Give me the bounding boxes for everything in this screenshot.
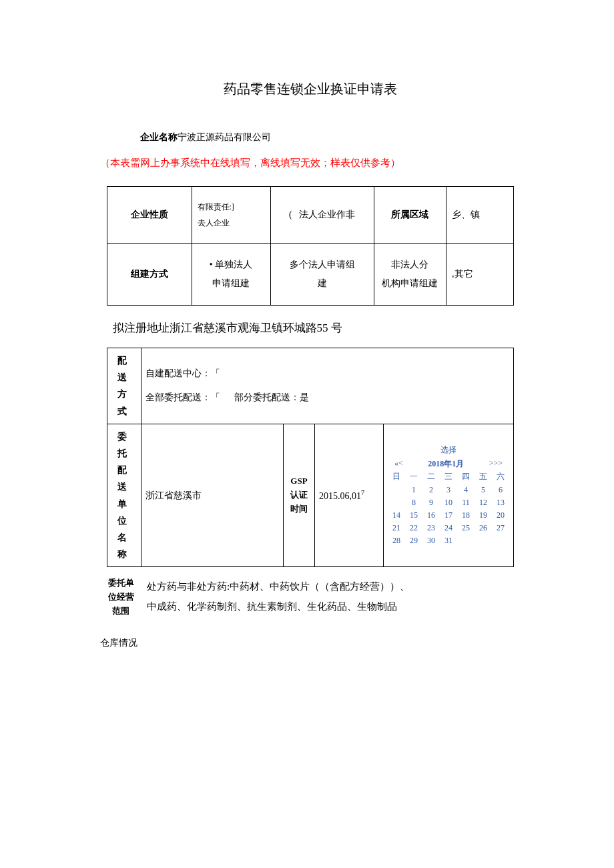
cell-nonlegal-branch: 非法人分 机构申请组建 (374, 244, 446, 306)
text-delivery-label: 配送方式 (117, 356, 131, 416)
calendar-day[interactable]: 8 (405, 496, 422, 509)
calendar-row: 1 2 3 4 5 6 (388, 484, 509, 496)
scope-label: 委托单位经营范围 (107, 576, 135, 618)
calendar-day[interactable]: 27 (492, 522, 509, 534)
cell-legal-entity: ( 法人企业作非 (270, 187, 374, 244)
calendar-day[interactable]: 6 (492, 484, 509, 496)
calendar-day[interactable]: 30 (422, 534, 440, 547)
address-label: 拟注册地址 (113, 322, 170, 334)
text-entrust-unit-label: 委托配送单位名称 (117, 432, 131, 559)
cell-region-value: 乡、镇 (446, 187, 514, 244)
calendar-row: 28 29 30 31 (388, 534, 509, 547)
calendar-day[interactable]: 16 (422, 509, 440, 522)
calendar-day[interactable]: 17 (440, 509, 457, 522)
calendar-prev[interactable]: «< (394, 458, 403, 470)
calendar-widget[interactable]: 选择 «< 2018年1月 >>> 日 一 二 三 四 五 六 (384, 424, 514, 567)
cell-limited-liability: 有限责任:] 去人企业 (192, 187, 270, 244)
label-region: 所属区域 (374, 187, 446, 244)
calendar-day[interactable] (388, 496, 405, 509)
gsp-date-text: 2015.06,01 (319, 491, 361, 501)
dow: 六 (492, 470, 509, 484)
calendar-day[interactable]: 20 (492, 509, 509, 522)
calendar-day[interactable]: 10 (440, 496, 457, 509)
text-single: 单独法人 申请组建 (212, 260, 252, 288)
calendar-day[interactable]: 23 (422, 522, 440, 534)
label-enterprise-nature: 企业性质 (107, 187, 192, 244)
text-limited-a: 有限责任:] (198, 199, 265, 215)
opt-entrust-line: 全部委托配送：「 部分委托配送：是 (145, 386, 509, 410)
calendar-choose[interactable]: 选择 (388, 444, 509, 456)
calendar-day[interactable]: 31 (440, 534, 457, 547)
calendar-day[interactable]: 1 (405, 484, 422, 496)
paren: ( (289, 209, 292, 220)
calendar-day[interactable]: 15 (405, 509, 422, 522)
table-row: 企业性质 有限责任:] 去人企业 ( 法人企业作非 所属区域 乡、镇 (107, 187, 514, 244)
warehouse-heading: 仓库情况 (100, 637, 514, 649)
company-label: 企业名称 (140, 132, 178, 142)
table-row: 配送方式 自建配送中心：「 全部委托配送：「 部分委托配送：是 (107, 348, 514, 424)
calendar-day[interactable]: 28 (388, 534, 405, 547)
cell-multi-legal: 多个法人申请组 建 (270, 244, 374, 306)
calendar-day[interactable]: 2 (422, 484, 440, 496)
info-table: 企业性质 有限责任:] 去人企业 ( 法人企业作非 所属区域 乡、镇 组建方式 … (107, 186, 514, 306)
calendar-dow-row: 日 一 二 三 四 五 六 (388, 470, 509, 484)
cell-other: ,其它 (446, 244, 514, 306)
calendar-day[interactable]: 22 (405, 522, 422, 534)
calendar-day[interactable] (492, 534, 509, 547)
scope-section: 委托单位经营范围 处方药与非处方药:中药材、中药饮片（（含配方经营））、 中成药… (107, 576, 514, 618)
page: 药品零售连锁企业换证申请表 企业名称宁波正源药品有限公司 （本表需网上办事系统中… (0, 0, 614, 868)
table-row: 组建方式 • 单独法人 申请组建 多个法人申请组 建 非法人分 机构申请组建 ,… (107, 244, 514, 306)
calendar-day[interactable]: 18 (457, 509, 475, 522)
calendar-day[interactable]: 14 (388, 509, 405, 522)
delivery-table: 配送方式 自建配送中心：「 全部委托配送：「 部分委托配送：是 委托配送单位名称… (107, 348, 514, 567)
calendar-next[interactable]: >>> (489, 458, 503, 470)
doc-title: 药品零售连锁企业换证申请表 (107, 80, 514, 98)
dow: 二 (422, 470, 440, 484)
opt-partial-entrust: 部分委托配送：是 (234, 392, 309, 402)
calendar-day[interactable]: 29 (405, 534, 422, 547)
calendar-row: 21 22 23 24 25 26 27 (388, 522, 509, 534)
calendar-day[interactable]: 4 (457, 484, 475, 496)
text-limited-b: 去人企业 (198, 215, 265, 231)
cell-delivery-options: 自建配送中心：「 全部委托配送：「 部分委托配送：是 (141, 348, 514, 424)
notice-text: （本表需网上办事系统中在线填写，离线填写无效；样表仅供参考） (100, 157, 514, 169)
calendar-day[interactable]: 19 (475, 509, 492, 522)
calendar-day[interactable] (475, 534, 492, 547)
label-gsp-time: GSP认证时间 (284, 424, 315, 567)
calendar-day[interactable]: 11 (457, 496, 475, 509)
gsp-sup: 7 (361, 489, 364, 496)
text-legal: 法人企业作非 (299, 209, 355, 220)
dow: 四 (457, 470, 475, 484)
calendar-day[interactable]: 13 (492, 496, 509, 509)
calendar-day[interactable] (388, 484, 405, 496)
cell-entrust-unit-value: 浙江省慈溪市 (141, 424, 284, 567)
bullet-icon: • (210, 260, 213, 270)
table-row: 委托配送单位名称 浙江省慈溪市 GSP认证时间 2015.06,017 选择 «… (107, 424, 514, 567)
calendar-day[interactable]: 24 (440, 522, 457, 534)
address-value: 浙江省慈溪市观海卫镇环城路55 号 (170, 322, 342, 334)
calendar-day[interactable]: 12 (475, 496, 492, 509)
label-entrust-unit: 委托配送单位名称 (107, 424, 141, 567)
calendar-row: 14 15 16 17 18 19 20 (388, 509, 509, 522)
dow: 一 (405, 470, 422, 484)
scope-line2: 中成药、化学药制剂、抗生素制剂、生化药品、生物制品 (147, 596, 514, 616)
calendar-month: 2018年1月 (428, 458, 464, 470)
calendar-day[interactable]: 3 (440, 484, 457, 496)
calendar-row: 8 9 10 11 12 13 (388, 496, 509, 509)
calendar-day[interactable]: 26 (475, 522, 492, 534)
dow: 五 (475, 470, 492, 484)
calendar-day[interactable]: 9 (422, 496, 440, 509)
calendar-day[interactable]: 25 (457, 522, 475, 534)
label-delivery-method: 配送方式 (107, 348, 141, 424)
calendar-grid: 日 一 二 三 四 五 六 1 2 3 4 5 (388, 470, 509, 547)
calendar-day[interactable]: 5 (475, 484, 492, 496)
cell-gsp-value: 2015.06,017 (315, 424, 384, 567)
cell-single-legal: • 单独法人 申请组建 (192, 244, 270, 306)
calendar-day[interactable] (457, 534, 475, 547)
calendar-nav: «< 2018年1月 >>> (388, 458, 509, 470)
calendar-day[interactable]: 21 (388, 522, 405, 534)
opt-self-build: 自建配送中心：「 (145, 362, 509, 386)
opt-full-entrust: 全部委托配送：「 (145, 392, 220, 402)
dow: 日 (388, 470, 405, 484)
company-line: 企业名称宁波正源药品有限公司 (140, 131, 514, 143)
